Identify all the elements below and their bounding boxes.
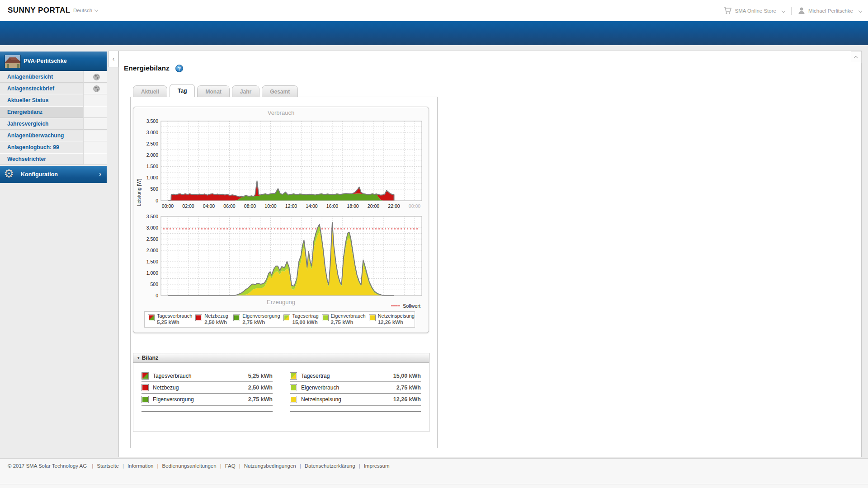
split-red-green-swatch-icon [148, 314, 155, 321]
bilanz-right-column: Tagesertrag15,00 kWhEigenverbrauch2,75 k… [290, 371, 421, 425]
sidebar-items: AnlagenübersichtAnlagensteckbriefAktuell… [0, 71, 107, 165]
svg-text:16:00: 16:00 [326, 203, 338, 209]
bilanz-row-eigenverbrauch: Eigenverbrauch2,75 kWh [290, 382, 421, 394]
sidebar-item-label: Anlagenübersicht [7, 74, 53, 80]
sidebar-item-anlagenlogbuch-99[interactable]: Anlagenlogbuch: 99 [0, 141, 107, 153]
legend-item-eigenverbrauch: Eigenverbrauch2,75 kWh [319, 312, 366, 327]
cart-icon [723, 7, 732, 14]
chart-legend: Tagesverbrauch5,25 kWhNetzbezug2,50 kWhE… [144, 311, 415, 328]
energy-chart-card: Verbrauch Leistung [W] 05001.0001.5002.0… [133, 107, 429, 333]
tab-jahr[interactable]: Jahr [232, 85, 259, 97]
legend-label: Eigenverbrauch [331, 314, 366, 319]
bilanz-left-column: Tagesverbrauch5,25 kWhNetzbezug2,50 kWhE… [142, 371, 273, 425]
footer-link-startseite[interactable]: Startseite [97, 463, 119, 469]
svg-text:0: 0 [156, 198, 158, 203]
bilanz-header[interactable]: ▾ Bilanz [133, 353, 429, 363]
svg-text:04:00: 04:00 [203, 203, 215, 209]
online-store-menu[interactable]: SMA Online Store [723, 7, 785, 14]
tab-gesamt[interactable]: Gesamt [262, 85, 298, 97]
legend-label: Eigenversorgung [242, 314, 280, 319]
consumption-chart: 05001.0001.5002.0002.5003.0003.50000:000… [133, 118, 429, 214]
sidebar-item-aktueller-status[interactable]: Aktueller Status [0, 94, 107, 106]
bottom-divider [0, 484, 868, 484]
legend-label: Netzbezug [204, 314, 228, 319]
help-icon[interactable]: ? [175, 65, 183, 72]
bilanz-row-value: 12,26 kWh [393, 396, 421, 403]
footer-separator: | [157, 463, 158, 469]
bilanz-row-value: 15,00 kWh [393, 373, 421, 379]
footer-link-faq[interactable]: FAQ [225, 463, 236, 469]
legend-value: 2,50 kWh [204, 320, 228, 325]
main-nav-banner [0, 21, 868, 45]
plant-header[interactable]: PVA-Perlitschke [0, 52, 107, 71]
footer-link-impressum[interactable]: Impressum [364, 463, 390, 469]
page-title: Energiebilanz [124, 64, 170, 72]
bilanz-row-netzeinspeisung: Netzeinspeisung12,26 kWh [290, 394, 421, 406]
tab-aktuell[interactable]: Aktuell [133, 85, 167, 97]
sidebar: PVA-Perlitschke AnlagenübersichtAnlagens… [0, 52, 107, 183]
sidebar-item-anlagensteckbrief[interactable]: Anlagensteckbrief [0, 83, 107, 94]
svg-text:08:00: 08:00 [244, 203, 256, 209]
bilanz-row-netzbezug: Netzbezug2,50 kWh [142, 382, 273, 394]
bilanz-quote-autarkiequote [142, 414, 273, 425]
legend-value: 2,75 kWh [331, 320, 366, 325]
green-swatch-icon [142, 396, 149, 403]
top-header: SUNNY PORTAL Deutsch SMA Online Store Mi… [0, 0, 868, 21]
globe-icon [93, 74, 100, 80]
red-swatch-icon [195, 314, 202, 321]
chevron-down-icon [859, 9, 862, 12]
footer-separator: | [220, 463, 222, 469]
svg-text:10:00: 10:00 [264, 203, 276, 209]
svg-text:3.500: 3.500 [146, 118, 158, 124]
svg-text:12:00: 12:00 [285, 203, 297, 209]
sidebar-collapse-button[interactable]: ‹ [108, 51, 118, 67]
sidebar-item-anlagen-berwachung[interactable]: Anlagenüberwachung [0, 130, 107, 141]
lightgreen-swatch-icon [290, 384, 297, 391]
bilanz-divider [142, 411, 273, 412]
svg-text:22:00: 22:00 [388, 203, 400, 209]
user-menu[interactable]: Michael Perlitschke [798, 7, 862, 14]
sidebar-item-jahresvergleich[interactable]: Jahresvergleich [0, 118, 107, 130]
split-red-green-swatch-icon [142, 372, 149, 380]
bilanz-title: Bilanz [142, 355, 159, 361]
legend-value: 15,00 kWh [292, 320, 319, 325]
copyright-text: © 2017 SMA Solar Technology AG [8, 463, 87, 469]
footer-link-information[interactable]: Information [127, 463, 154, 469]
svg-text:1.500: 1.500 [146, 259, 158, 264]
svg-text:500: 500 [150, 282, 158, 287]
sidebar-item-label: Energiebilanz [7, 109, 42, 115]
bilanz-row-label: Eigenverbrauch [301, 385, 339, 391]
bilanz-divider [290, 411, 421, 412]
bilanz-row-label: Netzbezug [153, 385, 179, 391]
triangle-down-icon: ▾ [137, 356, 140, 360]
footer-separator: | [359, 463, 360, 469]
sidebar-item-wechselrichter[interactable]: Wechselrichter [0, 153, 107, 165]
svg-text:2.500: 2.500 [146, 141, 158, 146]
bilanz-row-label: Eigenversorgung [153, 396, 194, 403]
svg-text:3.000: 3.000 [146, 225, 158, 230]
sidebar-item-label: Jahresvergleich [7, 121, 48, 127]
split-green-yellow-swatch-icon [283, 314, 290, 321]
footer-link-bedienungsanleitungen[interactable]: Bedienungsanleitungen [162, 463, 216, 469]
language-selector[interactable]: Deutsch [73, 8, 98, 13]
sollwert-dash-icon [391, 305, 400, 306]
chevron-up-icon [854, 56, 858, 60]
footer-link-datenschutzerkl-rung[interactable]: Datenschutzerklärung [305, 463, 355, 469]
sidebar-item-label: Aktueller Status [7, 97, 48, 103]
generation-chart-title: Erzeugung [133, 299, 429, 305]
bilanz-row-tagesverbrauch: Tagesverbrauch5,25 kWh [142, 371, 273, 382]
legend-value: 5,25 kWh [157, 320, 192, 325]
tab-monat[interactable]: Monat [197, 85, 229, 97]
scroll-top-button[interactable] [851, 52, 862, 63]
tab-tag[interactable]: Tag [170, 84, 195, 97]
footer-link-nutzungsbedingungen[interactable]: Nutzungsbedingungen [244, 463, 296, 469]
footer-separator: | [300, 463, 301, 469]
red-swatch-icon [142, 384, 149, 391]
split-green-yellow-swatch-icon [290, 372, 297, 380]
legend-label: Netzeinspeisung [378, 314, 415, 319]
bilanz-row-value: 2,75 kWh [396, 385, 421, 391]
sidebar-item-konfiguration[interactable]: ⚙ Konfiguration › [0, 166, 107, 183]
sidebar-item-anlagen-bersicht[interactable]: Anlagenübersicht [0, 71, 107, 83]
sidebar-item-energiebilanz[interactable]: Energiebilanz [0, 106, 107, 118]
bilanz-row-tagesertrag: Tagesertrag15,00 kWh [290, 371, 421, 382]
